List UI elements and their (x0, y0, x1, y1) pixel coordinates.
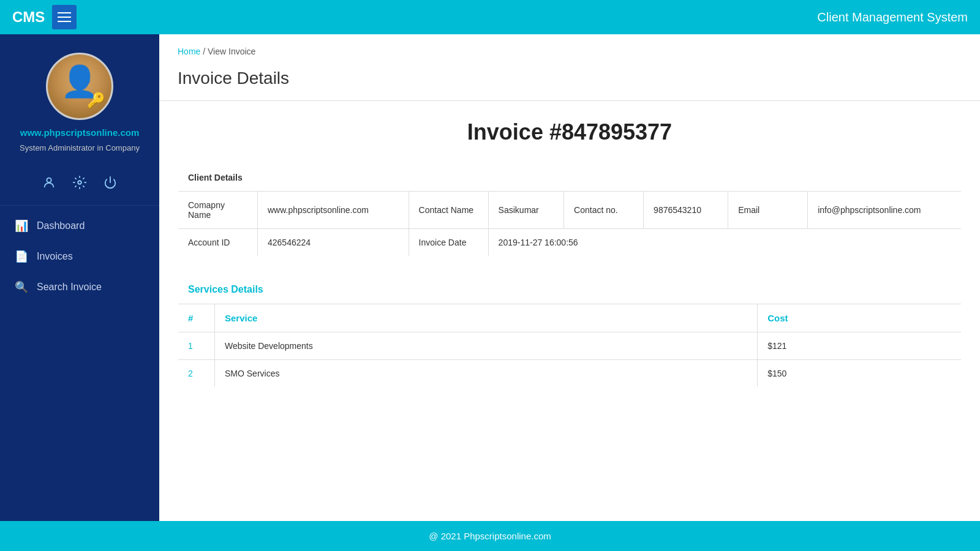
account-id-label: Account ID (178, 229, 258, 257)
services-details-header: Services Details (178, 276, 962, 304)
footer-text: @ 2021 Phpscriptsonline.com (429, 531, 551, 541)
gear-icon (73, 176, 86, 189)
client-details-table: Client Details Comapny Name www.phpscrip… (178, 163, 962, 257)
user-role: System Administrator in Company (20, 143, 140, 154)
col-number: # (178, 304, 215, 332)
email-label: Email (728, 192, 808, 229)
sidebar: www.phpscriptsonline.com System Administ… (0, 34, 159, 521)
main-layout: www.phpscriptsonline.com System Administ… (0, 34, 980, 521)
content-area: Home / View Invoice Invoice Details Invo… (159, 34, 980, 521)
company-name-value: www.phpscriptsonline.com (258, 192, 409, 229)
client-row-1: Comapny Name www.phpscriptsonline.com Co… (178, 192, 962, 229)
logout-icon-button[interactable] (104, 176, 117, 193)
top-navbar: CMS Client Management System (0, 0, 980, 34)
contact-name-label: Contact Name (409, 192, 488, 229)
invoice-number: Invoice #847895377 (178, 119, 962, 145)
sidebar-item-dashboard[interactable]: 📊 Dashboard (0, 211, 159, 241)
page-title: Invoice Details (159, 62, 980, 101)
service-1-name: Website Developments (215, 332, 758, 360)
sidebar-item-search-invoice-label: Search Invoice (37, 282, 102, 293)
profile-icon-button[interactable] (42, 176, 56, 193)
app-title: CMS (12, 9, 45, 26)
breadcrumb-home[interactable]: Home (178, 47, 200, 56)
invoice-date-label: Invoice Date (409, 229, 488, 257)
profile-icon (42, 176, 56, 189)
navbar-left: CMS (12, 5, 77, 29)
services-columns-row: # Service Cost (178, 304, 962, 332)
breadcrumb-current: View Invoice (208, 47, 255, 56)
sidebar-item-invoices-label: Invoices (37, 251, 73, 262)
client-row-2: Account ID 426546224 Invoice Date 2019-1… (178, 229, 962, 257)
sidebar-nav: 📊 Dashboard 📄 Invoices 🔍 Search Invoice (0, 206, 159, 521)
invoice-content: Invoice #847895377 Client Details Comapn… (159, 101, 980, 521)
hamburger-line-3 (58, 21, 71, 22)
hamburger-button[interactable] (52, 5, 77, 29)
service-row-2: 2 SMO Services $150 (178, 360, 962, 388)
avatar (46, 53, 113, 120)
svg-point-0 (47, 178, 51, 182)
sidebar-item-invoices[interactable]: 📄 Invoices (0, 241, 159, 272)
client-details-header: Client Details (178, 164, 962, 192)
company-name-label: Comapny Name (178, 192, 258, 229)
settings-icon-button[interactable] (73, 176, 86, 193)
col-service: Service (215, 304, 758, 332)
email-value: info@phpscriptsonline.com (808, 192, 962, 229)
contact-no-label: Contact no. (564, 192, 644, 229)
service-2-name: SMO Services (215, 360, 758, 388)
avatar-image (48, 54, 111, 118)
search-invoice-icon: 🔍 (15, 280, 28, 294)
service-2-num: 2 (178, 360, 215, 388)
invoices-icon: 📄 (15, 250, 28, 263)
site-url[interactable]: www.phpscriptsonline.com (20, 127, 139, 138)
hamburger-line-1 (58, 12, 71, 13)
services-details-table: Services Details # Service Cost 1 Websit… (178, 275, 962, 388)
sidebar-action-icons (0, 166, 159, 206)
sidebar-profile: www.phpscriptsonline.com System Administ… (0, 34, 159, 166)
svg-point-1 (78, 181, 81, 184)
breadcrumb: Home / View Invoice (159, 34, 980, 62)
contact-no-value: 9876543210 (644, 192, 728, 229)
contact-name-value: Sasikumar (488, 192, 564, 229)
service-row-1: 1 Website Developments $121 (178, 332, 962, 360)
system-name: Client Management System (817, 10, 968, 24)
dashboard-icon: 📊 (15, 219, 28, 233)
service-1-num: 1 (178, 332, 215, 360)
breadcrumb-separator: / (203, 47, 205, 56)
footer: @ 2021 Phpscriptsonline.com (0, 521, 980, 551)
service-2-cost: $150 (758, 360, 962, 388)
account-id-value: 426546224 (258, 229, 409, 257)
invoice-date-value: 2019-11-27 16:00:56 (488, 229, 961, 257)
col-cost: Cost (758, 304, 962, 332)
sidebar-item-dashboard-label: Dashboard (37, 220, 85, 231)
sidebar-item-search-invoice[interactable]: 🔍 Search Invoice (0, 272, 159, 302)
service-1-cost: $121 (758, 332, 962, 360)
hamburger-line-2 (58, 17, 71, 18)
power-icon (104, 176, 117, 189)
